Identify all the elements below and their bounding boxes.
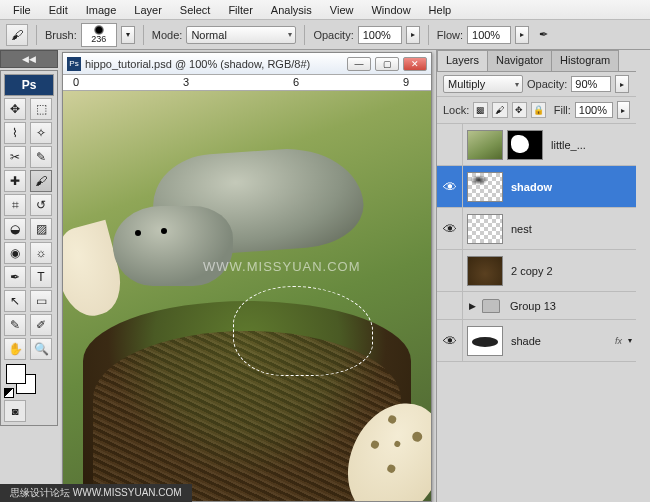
lasso-tool[interactable]: ⌇ <box>4 122 26 144</box>
lock-all-icon[interactable]: 🔒 <box>531 102 546 118</box>
visibility-toggle[interactable]: 👁 <box>437 208 463 249</box>
layer-opacity-value: 90% <box>575 78 597 90</box>
flow-arrow-icon[interactable]: ▸ <box>515 26 529 44</box>
lock-transparency-icon[interactable]: ▩ <box>473 102 488 118</box>
layers-list: little_... 👁 shadow 👁 nest 2 copy 2 ▶ <box>437 124 636 502</box>
collapse-tab-icon[interactable]: ◀◀ <box>0 50 58 68</box>
wand-tool[interactable]: ✧ <box>30 122 52 144</box>
blur-tool[interactable]: ◉ <box>4 242 26 264</box>
brush-tool[interactable]: 🖌 <box>30 170 52 192</box>
layer-mask-thumbnail[interactable] <box>507 130 543 160</box>
tab-histogram[interactable]: Histogram <box>551 50 619 71</box>
brush-dropdown-arrow-icon[interactable]: ▾ <box>121 26 135 44</box>
menu-file[interactable]: File <box>4 2 40 18</box>
notes-tool[interactable]: ✎ <box>4 314 26 336</box>
menu-edit[interactable]: Edit <box>40 2 77 18</box>
menu-help[interactable]: Help <box>420 2 461 18</box>
menu-window[interactable]: Window <box>362 2 419 18</box>
layer-name[interactable]: shadow <box>507 181 636 193</box>
minimize-button[interactable]: — <box>347 57 371 71</box>
fx-badge[interactable]: fx <box>615 336 622 346</box>
visibility-toggle[interactable] <box>437 124 463 165</box>
hand-tool[interactable]: ✋ <box>4 338 26 360</box>
type-tool[interactable]: T <box>30 266 52 288</box>
ruler-tick: 9 <box>403 76 409 88</box>
quickmask-icon[interactable]: ◙ <box>4 400 26 422</box>
tab-navigator[interactable]: Navigator <box>487 50 552 71</box>
layer-row[interactable]: 2 copy 2 <box>437 250 636 292</box>
layer-name[interactable]: Group 13 <box>506 300 636 312</box>
visibility-toggle[interactable] <box>437 250 463 291</box>
color-swatches[interactable] <box>4 362 54 398</box>
gradient-tool[interactable]: ▨ <box>30 218 52 240</box>
crop-tool[interactable]: ✂ <box>4 146 26 168</box>
fx-expand-icon[interactable]: ▾ <box>628 336 632 345</box>
layer-row[interactable]: little_... <box>437 124 636 166</box>
layer-thumbnail[interactable] <box>467 172 503 202</box>
ruler-horizontal[interactable]: 0 3 6 9 <box>63 75 431 91</box>
airbrush-icon[interactable]: ✒ <box>533 25 553 45</box>
slice-tool[interactable]: ✎ <box>30 146 52 168</box>
tab-layers[interactable]: Layers <box>437 50 488 71</box>
path-tool[interactable]: ↖ <box>4 290 26 312</box>
opacity-input[interactable]: 100% <box>358 26 402 44</box>
menu-view[interactable]: View <box>321 2 363 18</box>
layer-thumbnail[interactable] <box>467 326 503 356</box>
app-logo-icon: Ps <box>4 74 54 96</box>
blend-mode-select[interactable]: Normal <box>186 26 296 44</box>
opacity-arrow-icon[interactable]: ▸ <box>406 26 420 44</box>
layer-blend-select[interactable]: Multiply <box>443 75 523 93</box>
canvas[interactable]: WWW.MISSYUAN.COM <box>63 91 431 501</box>
flow-input[interactable]: 100% <box>467 26 511 44</box>
layer-name[interactable]: shade <box>507 335 615 347</box>
menu-select[interactable]: Select <box>171 2 220 18</box>
menu-filter[interactable]: Filter <box>219 2 261 18</box>
eraser-tool[interactable]: ◒ <box>4 218 26 240</box>
close-button[interactable]: ✕ <box>403 57 427 71</box>
marquee-tool[interactable]: ⬚ <box>30 98 52 120</box>
marquee-selection <box>233 286 373 376</box>
layer-thumbnail[interactable] <box>467 256 503 286</box>
document-titlebar[interactable]: Ps hippo_tutorial.psd @ 100% (shadow, RG… <box>63 53 431 75</box>
lock-pixels-icon[interactable]: 🖌 <box>492 102 507 118</box>
stamp-tool[interactable]: ⌗ <box>4 194 26 216</box>
default-colors-icon[interactable] <box>4 388 14 398</box>
fill-input[interactable]: 100% <box>575 102 613 118</box>
history-brush-tool[interactable]: ↺ <box>30 194 52 216</box>
fill-slider-icon[interactable]: ▸ <box>617 101 630 119</box>
expand-arrow-icon[interactable]: ▶ <box>463 301 476 311</box>
layer-row[interactable]: 👁 shadow <box>437 166 636 208</box>
heal-tool[interactable]: ✚ <box>4 170 26 192</box>
tool-preset-icon[interactable]: 🖌 <box>6 24 28 46</box>
opacity-slider-icon[interactable]: ▸ <box>615 75 629 93</box>
menu-image[interactable]: Image <box>77 2 126 18</box>
layer-name[interactable]: nest <box>507 223 636 235</box>
move-tool[interactable]: ✥ <box>4 98 26 120</box>
maximize-button[interactable]: ▢ <box>375 57 399 71</box>
layer-opacity-input[interactable]: 90% <box>571 76 611 92</box>
shape-tool[interactable]: ▭ <box>30 290 52 312</box>
brush-preset-picker[interactable]: 236 <box>81 23 117 47</box>
document-window: Ps hippo_tutorial.psd @ 100% (shadow, RG… <box>62 52 432 502</box>
layer-row[interactable]: 👁 nest <box>437 208 636 250</box>
visibility-toggle[interactable] <box>437 292 463 319</box>
pen-tool[interactable]: ✒ <box>4 266 26 288</box>
menu-layer[interactable]: Layer <box>125 2 171 18</box>
visibility-toggle[interactable]: 👁 <box>437 320 463 361</box>
layer-name[interactable]: little_... <box>547 139 636 151</box>
flow-label: Flow: <box>437 29 463 41</box>
layer-name[interactable]: 2 copy 2 <box>507 265 636 277</box>
footer-watermark: 思缘设计论坛 WWW.MISSYUAN.COM <box>0 484 192 502</box>
layer-thumbnail[interactable] <box>467 214 503 244</box>
layer-thumbnail[interactable] <box>467 130 503 160</box>
layer-row[interactable]: 👁 shade fx ▾ <box>437 320 636 362</box>
folder-icon <box>482 299 500 313</box>
layer-group-row[interactable]: ▶ Group 13 <box>437 292 636 320</box>
foreground-color-swatch[interactable] <box>6 364 26 384</box>
lock-position-icon[interactable]: ✥ <box>512 102 527 118</box>
zoom-tool[interactable]: 🔍 <box>30 338 52 360</box>
visibility-toggle[interactable]: 👁 <box>437 166 463 207</box>
menu-analysis[interactable]: Analysis <box>262 2 321 18</box>
dodge-tool[interactable]: ☼ <box>30 242 52 264</box>
eyedropper-tool[interactable]: ✐ <box>30 314 52 336</box>
